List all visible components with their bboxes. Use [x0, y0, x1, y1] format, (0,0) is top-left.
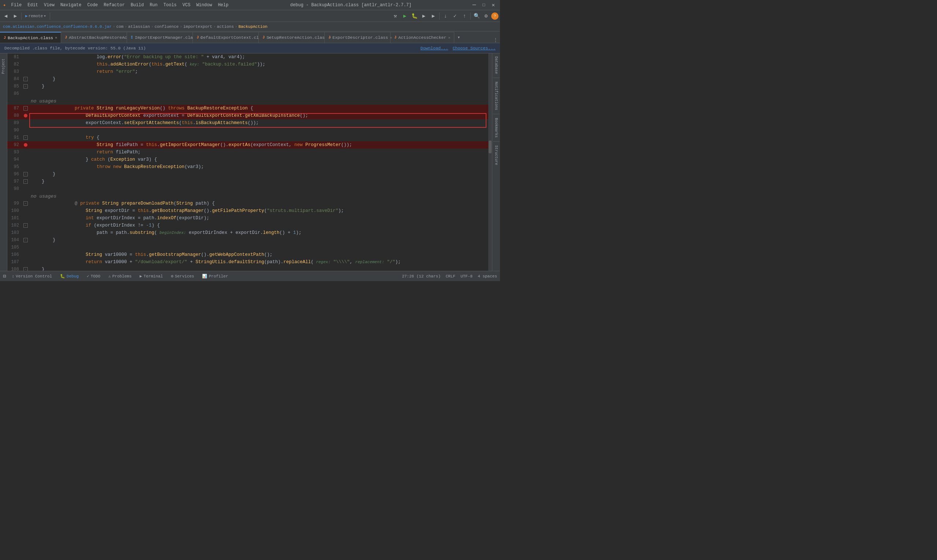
fold-85[interactable]: - [23, 84, 28, 89]
menu-edit[interactable]: Edit [25, 2, 41, 8]
run-btn[interactable]: ▶ [400, 12, 409, 20]
fold-87[interactable]: - [23, 106, 28, 111]
close-btn[interactable]: ✕ [490, 2, 497, 8]
sidebar-notifications[interactable]: Notifications [493, 80, 499, 112]
tab-close-1[interactable]: ✕ [154, 35, 156, 40]
profiler-btn[interactable]: 📊 Profiler [200, 273, 230, 279]
fold-96[interactable]: - [23, 172, 28, 177]
menu-tools[interactable]: Tools [161, 2, 180, 8]
todo-btn[interactable]: ✓ TODO [85, 273, 103, 279]
settings-btn[interactable]: ⚙ [482, 12, 491, 20]
breadcrumb-part-5[interactable]: actions [217, 25, 234, 29]
fold-97[interactable]: - [23, 179, 28, 184]
problems-btn[interactable]: ⚠ Problems [106, 273, 134, 279]
tab-defaultexport[interactable]: J DefaultExportContext.class ✕ [193, 32, 259, 43]
tab-close-4[interactable]: ✕ [329, 35, 331, 40]
line-num-99: 99 [7, 201, 22, 206]
line-content-97: } [29, 179, 492, 184]
breadcrumb-part-2[interactable]: atlassian [128, 25, 150, 29]
menu-code[interactable]: Code [84, 2, 101, 8]
menu-vcs[interactable]: VCS [180, 2, 194, 8]
run-config-btn[interactable]: ▶ remote ▾ [23, 12, 48, 20]
line-num-90: 90 [7, 128, 22, 133]
search-everywhere-btn[interactable]: 🔍 [472, 12, 481, 20]
git-commit-btn[interactable]: ✓ [451, 12, 459, 20]
fold-102[interactable]: - [23, 223, 28, 228]
line-content-104: } [29, 237, 492, 243]
line-ending: CRLF [446, 274, 455, 278]
toolbar: ◀ ▶ ▶ remote ▾ ⚒ ▶ 🐛 ▶ ▶ ↓ ✓ ↑ 🔍 ⚙ ? [0, 10, 500, 22]
tab-close-0[interactable]: ✕ [55, 35, 57, 40]
app-icon: ✦ [3, 2, 6, 8]
breadcrumb-part-4[interactable]: importexport [183, 25, 212, 29]
project-sidebar-label[interactable]: Project [1, 56, 6, 76]
git-push-btn[interactable]: ↑ [460, 12, 469, 20]
code-editor[interactable]: 81 log.error("Error backing up the site:… [7, 54, 492, 271]
services-btn[interactable]: ⚙ Services [169, 273, 196, 279]
fold-108[interactable]: - [23, 267, 28, 271]
menu-view[interactable]: View [41, 2, 57, 8]
line-num-96: 96 [7, 172, 22, 177]
terminal-btn[interactable]: ▶ Terminal [138, 273, 165, 279]
sidebar-structure[interactable]: Structure [493, 144, 499, 166]
fold-91[interactable]: - [23, 135, 28, 140]
choose-sources-link[interactable]: Choose Sources... [453, 46, 495, 51]
tab-icon-4: J [262, 35, 265, 40]
code-line-86: 86 [7, 90, 492, 97]
fold-104[interactable]: - [23, 238, 28, 242]
forward-btn[interactable]: ▶ [11, 12, 20, 20]
code-line-103: 103 path = path.substring( beginIndex: e… [7, 229, 492, 237]
fold-99[interactable]: - [23, 201, 28, 206]
code-line-108: 108 - } [7, 266, 492, 271]
tab-actionaccess[interactable]: J ActionAccessChecker ✕ [391, 32, 454, 43]
sidebar-bookmarks[interactable]: Bookmarks [493, 116, 499, 139]
fold-84[interactable]: - [23, 77, 28, 81]
line-num-97: 97 [7, 179, 22, 184]
tab-close-3[interactable]: ✕ [268, 35, 271, 40]
tab-importexport[interactable]: I ImportExportManager.class ✕ [127, 32, 193, 43]
maximize-btn[interactable]: □ [480, 3, 487, 8]
coverage-btn[interactable]: ▶ [420, 12, 428, 20]
line-marker-84: - [22, 77, 29, 81]
download-link[interactable]: Download... [420, 46, 448, 51]
menu-navigate[interactable]: Navigate [57, 2, 85, 8]
build-project-btn[interactable]: ⚒ [391, 12, 400, 20]
code-line-95: 95 throw new BackupRestoreException(var3… [7, 163, 492, 171]
debug-btn[interactable]: 🐛 [410, 12, 419, 20]
help-btn[interactable]: ? [491, 12, 499, 20]
version-control-btn[interactable]: ↕ Version Control [9, 274, 54, 279]
line-marker-91: - [22, 135, 29, 140]
back-btn[interactable]: ◀ [2, 12, 10, 20]
debug-panel-btn[interactable]: 🐛 Debug [58, 273, 81, 279]
tab-close-5[interactable]: ✕ [390, 35, 392, 40]
tab-exportdescriptor[interactable]: J ExportDescriptor.class ✕ [325, 32, 391, 43]
tab-abstractbackup[interactable]: J AbstractBackupRestoreAction.class ✕ [61, 32, 127, 43]
menu-run[interactable]: Run [147, 2, 161, 8]
menu-window[interactable]: Window [193, 2, 215, 8]
line-marker-96: - [22, 172, 29, 177]
breadcrumb-part-0[interactable]: com.atlassian.confluence_confluence-8.6.… [3, 25, 112, 29]
breadcrumb-bar: com.atlassian.confluence_confluence-8.6.… [0, 22, 500, 31]
line-num-83: 83 [7, 69, 22, 74]
menu-refactor[interactable]: Refactor [101, 2, 128, 8]
breadcrumb-part-6[interactable]: BackupAction [238, 25, 267, 29]
line-num-95: 95 [7, 165, 22, 169]
status-info: 27:26 (12 chars) CRLF UTF-8 4 spaces [402, 274, 497, 278]
tab-overflow-btn[interactable]: ▾ [454, 32, 463, 43]
breadcrumb-part-1[interactable]: com [116, 25, 124, 29]
menu-help[interactable]: Help [215, 2, 231, 8]
tab-close-2[interactable]: ✕ [200, 35, 202, 40]
profile-btn[interactable]: ▶ [429, 12, 438, 20]
line-num-86: 86 [7, 91, 22, 96]
tab-backupaction[interactable]: J BackupAction.class ✕ [0, 32, 61, 43]
breadcrumb-part-3[interactable]: confluence [154, 25, 178, 29]
tab-close-6[interactable]: ✕ [448, 35, 450, 40]
git-update-btn[interactable]: ↓ [441, 12, 450, 20]
menu-file[interactable]: File [8, 2, 25, 8]
menu-build[interactable]: Build [128, 2, 147, 8]
tab-settings-btn[interactable]: ⋮ [493, 37, 498, 43]
minimize-btn[interactable]: ─ [470, 2, 479, 8]
sidebar-database[interactable]: Database [493, 55, 499, 75]
expand-panel-btn[interactable]: ⊟ [3, 273, 6, 279]
scrollbar-v[interactable] [488, 54, 492, 271]
